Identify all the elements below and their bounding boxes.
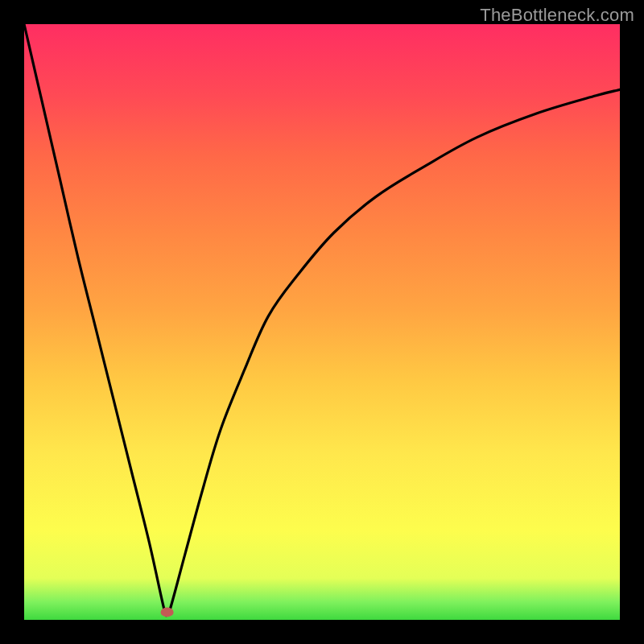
watermark-text: TheBottleneck.com — [480, 5, 634, 26]
plot-area — [24, 24, 620, 620]
chart-frame: TheBottleneck.com — [0, 0, 644, 644]
minimum-marker — [161, 607, 174, 617]
bottleneck-curve — [24, 24, 620, 616]
curve-layer — [24, 24, 620, 620]
